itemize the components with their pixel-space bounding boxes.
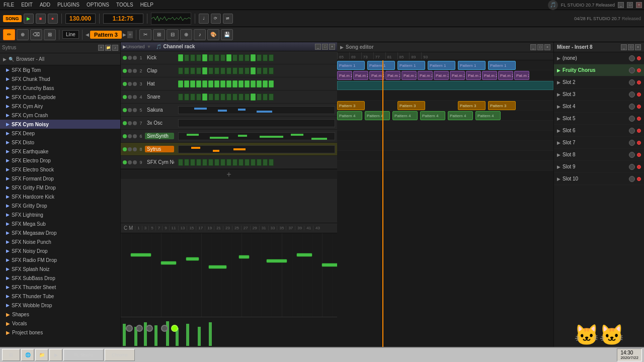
mixer-slot-9[interactable]: ▶ Slot 9 — [554, 161, 644, 173]
step[interactable] — [196, 67, 201, 74]
step[interactable] — [226, 159, 231, 166]
ch-power-clap[interactable] — [123, 69, 127, 73]
loop-btn[interactable]: ⟳ — [211, 14, 221, 24]
step[interactable] — [184, 94, 189, 101]
ch-mute-kick[interactable] — [128, 56, 132, 60]
step[interactable] — [232, 80, 237, 87]
step[interactable] — [232, 54, 237, 61]
sidebar-item-vocals[interactable]: ▶ Vocals — [0, 319, 120, 328]
step[interactable] — [202, 67, 207, 74]
step[interactable] — [263, 94, 268, 101]
se-close[interactable]: × — [544, 44, 550, 50]
step[interactable] — [232, 94, 237, 101]
step[interactable] — [245, 54, 250, 61]
step[interactable] — [178, 94, 183, 101]
step[interactable] — [214, 54, 219, 61]
tool-cut[interactable]: ✂ — [139, 29, 151, 40]
step[interactable] — [190, 159, 195, 166]
se-maximize[interactable]: □ — [537, 44, 543, 50]
sidebar-item-splash-noiz[interactable]: ▶ SFX Splash Noiz — [0, 264, 120, 274]
step[interactable] — [184, 159, 189, 166]
ch-mute-sfx[interactable] — [128, 160, 132, 164]
app-minimize[interactable]: _ — [618, 2, 624, 8]
mixer-slot-6[interactable]: ▶ Slot 6 — [554, 125, 644, 137]
step[interactable] — [251, 54, 256, 61]
sidebar-content[interactable]: ▶ SFX Big Tom ▶ SFX Chunk Thud ▶ SFX Cru… — [0, 65, 120, 347]
step[interactable] — [220, 94, 225, 101]
step[interactable] — [263, 159, 268, 166]
step[interactable] — [238, 159, 244, 166]
pattern-block[interactable]: Pattern 3 — [397, 101, 425, 110]
se-minimize[interactable]: _ — [530, 44, 536, 50]
slot-power-none[interactable] — [637, 56, 641, 60]
sidebar-item-cym-noisy[interactable]: ▶ SFX Cym Noisy — [0, 120, 120, 129]
tool-merge[interactable]: ⊞ — [153, 29, 165, 40]
sidebar-action3[interactable]: ♪ — [112, 45, 118, 51]
sidebar-item-thunder-tube[interactable]: ▶ SFX Thunder Tube — [0, 292, 120, 301]
mixer-maximize[interactable]: □ — [628, 44, 634, 50]
ch-power-sytrus[interactable] — [123, 147, 127, 151]
step[interactable] — [269, 67, 274, 74]
erase-tool[interactable]: ⌫ — [30, 29, 42, 40]
step[interactable] — [178, 159, 183, 166]
taskbar-folder[interactable]: 📁 — [35, 349, 48, 361]
ch-power-sakura[interactable] — [123, 108, 127, 112]
stop-button[interactable]: ■ — [36, 14, 46, 24]
slot-toggle-3[interactable] — [629, 92, 635, 98]
pattern-arrow-left[interactable]: ◀ — [86, 32, 89, 37]
step[interactable] — [208, 94, 213, 101]
step[interactable] — [208, 67, 213, 74]
slot-power-8[interactable] — [637, 153, 641, 157]
ch-name-sakura[interactable]: Sakura — [145, 107, 174, 113]
mixer-minimize[interactable]: _ — [621, 44, 627, 50]
pattern-block[interactable]: Pattern 4 — [392, 111, 418, 120]
sidebar-item-crush-explode[interactable]: ▶ SFX Crush Explode — [0, 93, 120, 102]
step[interactable] — [220, 67, 225, 74]
step[interactable] — [263, 54, 268, 61]
slot-toggle-8[interactable] — [629, 152, 635, 158]
sidebar-item-wobble-drop[interactable]: ▶ SFX Wobble Drop — [0, 301, 120, 310]
sidebar-item-cym-crash[interactable]: ▶ SFX Cym Crash — [0, 111, 120, 120]
step[interactable] — [245, 67, 250, 74]
ch-name-kick[interactable]: Kick — [145, 55, 174, 60]
metro-btn[interactable]: ♩ — [199, 14, 209, 24]
start-btn[interactable]: ⊞ — [2, 349, 20, 361]
ch-power-kick[interactable] — [123, 56, 127, 60]
step[interactable] — [214, 94, 219, 101]
step[interactable] — [208, 159, 213, 166]
pattern-block[interactable]: Pattern 3 — [488, 101, 516, 110]
pattern-block[interactable]: Pat.m 2 — [353, 71, 368, 80]
step[interactable] — [251, 80, 256, 87]
bpm-display[interactable]: 130.000 — [65, 14, 96, 24]
pattern-block[interactable]: Pattern 4 — [475, 111, 501, 120]
mixer-slot-none[interactable]: ▶ (none) — [554, 52, 644, 64]
piano-indicator[interactable] — [178, 145, 335, 153]
ch-mute-hat[interactable] — [128, 82, 132, 86]
sidebar-item-big-tom[interactable]: ▶ SFX Big Tom — [0, 65, 120, 74]
ch-solo-sakura[interactable] — [133, 108, 137, 112]
sidebar-item-thunder-sheet[interactable]: ▶ SFX Thunder Sheet — [0, 283, 120, 292]
snap-display[interactable]: Line — [62, 30, 79, 39]
step[interactable] — [257, 94, 262, 101]
sidebar-item-shapes[interactable]: ▶ Shapes — [0, 310, 120, 319]
step[interactable] — [178, 80, 183, 87]
pattern-block[interactable]: Pattern 1 — [428, 61, 455, 70]
slot-power-10[interactable] — [637, 177, 641, 181]
pattern-block[interactable]: Pat.m 2 — [401, 71, 417, 80]
slot-toggle-5[interactable] — [629, 116, 635, 122]
ch-mute-sakura[interactable] — [128, 108, 132, 112]
pattern-block[interactable]: Pattern 4 — [337, 111, 362, 120]
ch-mute-clap[interactable] — [128, 69, 132, 73]
step[interactable] — [184, 54, 189, 61]
mixer-slot-8[interactable]: ▶ Slot 8 — [554, 149, 644, 161]
taskbar-media[interactable]: ▶ — [49, 349, 62, 361]
step[interactable] — [257, 54, 262, 61]
mixer-close[interactable]: × — [635, 44, 641, 50]
slot-toggle-7[interactable] — [629, 140, 635, 146]
step[interactable] — [226, 94, 231, 101]
mixer-slot-4[interactable]: ▶ Slot 4 — [554, 101, 644, 113]
pattern-block[interactable]: Pat.m 2 — [337, 71, 352, 80]
step[interactable] — [178, 67, 183, 74]
pattern-block[interactable]: Pat.m 2 — [418, 71, 433, 80]
step[interactable] — [190, 94, 195, 101]
